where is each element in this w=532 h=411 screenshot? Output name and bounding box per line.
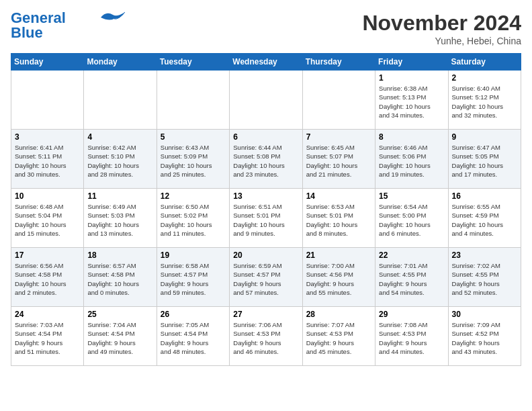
day-info: Sunrise: 7:04 AM Sunset: 4:54 PM Dayligh… bbox=[87, 320, 152, 356]
day-info: Sunrise: 7:01 AM Sunset: 4:55 PM Dayligh… bbox=[379, 261, 444, 297]
day-info: Sunrise: 6:38 AM Sunset: 5:13 PM Dayligh… bbox=[379, 84, 444, 120]
weekday-header-tuesday: Tuesday bbox=[157, 54, 229, 71]
day-number: 17 bbox=[15, 250, 80, 260]
day-number: 1 bbox=[379, 73, 444, 83]
calendar-cell: 5Sunrise: 6:43 AM Sunset: 5:09 PM Daylig… bbox=[157, 130, 229, 189]
weekday-header-wednesday: Wednesday bbox=[230, 54, 302, 71]
day-number: 3 bbox=[15, 132, 80, 142]
calendar-week-4: 24Sunrise: 7:03 AM Sunset: 4:54 PM Dayli… bbox=[11, 307, 521, 366]
day-number: 10 bbox=[15, 191, 80, 201]
day-info: Sunrise: 6:43 AM Sunset: 5:09 PM Dayligh… bbox=[161, 143, 226, 179]
day-number: 9 bbox=[452, 132, 517, 142]
logo: General Blue bbox=[11, 11, 125, 40]
day-info: Sunrise: 6:50 AM Sunset: 5:02 PM Dayligh… bbox=[161, 202, 226, 238]
day-number: 23 bbox=[452, 250, 517, 260]
day-number: 19 bbox=[161, 250, 226, 260]
weekday-header-sunday: Sunday bbox=[11, 54, 84, 71]
location: Yunhe, Hebei, China bbox=[362, 36, 521, 46]
day-info: Sunrise: 6:49 AM Sunset: 5:03 PM Dayligh… bbox=[87, 202, 152, 238]
day-number: 13 bbox=[233, 191, 298, 201]
logo-text: General bbox=[11, 11, 66, 26]
logo-bird-icon bbox=[101, 9, 125, 24]
day-info: Sunrise: 6:53 AM Sunset: 5:01 PM Dayligh… bbox=[306, 202, 371, 238]
day-info: Sunrise: 7:06 AM Sunset: 4:53 PM Dayligh… bbox=[233, 320, 298, 356]
calendar-cell: 28Sunrise: 7:07 AM Sunset: 4:53 PM Dayli… bbox=[302, 307, 375, 366]
day-info: Sunrise: 7:08 AM Sunset: 4:53 PM Dayligh… bbox=[379, 320, 444, 356]
calendar-cell: 15Sunrise: 6:54 AM Sunset: 5:00 PM Dayli… bbox=[375, 189, 448, 248]
day-number: 2 bbox=[452, 73, 517, 83]
day-number: 12 bbox=[161, 191, 226, 201]
day-info: Sunrise: 6:44 AM Sunset: 5:08 PM Dayligh… bbox=[233, 143, 298, 179]
weekday-header-monday: Monday bbox=[84, 54, 157, 71]
weekday-header-saturday: Saturday bbox=[448, 54, 521, 71]
calendar-cell: 17Sunrise: 6:56 AM Sunset: 4:58 PM Dayli… bbox=[11, 248, 84, 307]
calendar-cell: 18Sunrise: 6:57 AM Sunset: 4:58 PM Dayli… bbox=[84, 248, 157, 307]
day-number: 25 bbox=[87, 310, 152, 319]
day-number: 30 bbox=[452, 310, 517, 319]
day-info: Sunrise: 6:41 AM Sunset: 5:11 PM Dayligh… bbox=[15, 143, 80, 179]
day-number: 21 bbox=[306, 250, 371, 260]
day-info: Sunrise: 6:51 AM Sunset: 5:01 PM Dayligh… bbox=[233, 202, 298, 238]
day-info: Sunrise: 7:02 AM Sunset: 4:55 PM Dayligh… bbox=[452, 261, 517, 297]
day-number: 29 bbox=[379, 310, 444, 319]
calendar-cell bbox=[157, 71, 229, 130]
calendar-cell: 9Sunrise: 6:47 AM Sunset: 5:05 PM Daylig… bbox=[448, 130, 521, 189]
calendar-cell bbox=[302, 71, 375, 130]
calendar-cell: 3Sunrise: 6:41 AM Sunset: 5:11 PM Daylig… bbox=[11, 130, 84, 189]
day-number: 24 bbox=[15, 310, 80, 319]
day-number: 16 bbox=[452, 191, 517, 201]
page-header: General Blue November 2024 Yunhe, Hebei,… bbox=[11, 11, 521, 46]
day-number: 15 bbox=[379, 191, 444, 201]
calendar-week-1: 3Sunrise: 6:41 AM Sunset: 5:11 PM Daylig… bbox=[11, 130, 521, 189]
weekday-header-thursday: Thursday bbox=[302, 54, 375, 71]
month-title: November 2024 bbox=[362, 11, 521, 36]
calendar-cell: 26Sunrise: 7:05 AM Sunset: 4:54 PM Dayli… bbox=[157, 307, 229, 366]
day-info: Sunrise: 7:09 AM Sunset: 4:52 PM Dayligh… bbox=[452, 320, 517, 356]
calendar-cell: 8Sunrise: 6:46 AM Sunset: 5:06 PM Daylig… bbox=[375, 130, 448, 189]
calendar-cell: 30Sunrise: 7:09 AM Sunset: 4:52 PM Dayli… bbox=[448, 307, 521, 366]
day-number: 7 bbox=[306, 132, 371, 142]
day-number: 20 bbox=[233, 250, 298, 260]
calendar-cell: 13Sunrise: 6:51 AM Sunset: 5:01 PM Dayli… bbox=[230, 189, 302, 248]
calendar-cell: 19Sunrise: 6:58 AM Sunset: 4:57 PM Dayli… bbox=[157, 248, 229, 307]
day-number: 5 bbox=[161, 132, 226, 142]
day-number: 18 bbox=[87, 250, 152, 260]
day-info: Sunrise: 6:45 AM Sunset: 5:07 PM Dayligh… bbox=[306, 143, 371, 179]
calendar-week-2: 10Sunrise: 6:48 AM Sunset: 5:04 PM Dayli… bbox=[11, 189, 521, 248]
day-info: Sunrise: 6:46 AM Sunset: 5:06 PM Dayligh… bbox=[379, 143, 444, 179]
day-info: Sunrise: 6:40 AM Sunset: 5:12 PM Dayligh… bbox=[452, 84, 517, 120]
day-number: 22 bbox=[379, 250, 444, 260]
day-number: 11 bbox=[87, 191, 152, 201]
calendar-cell: 16Sunrise: 6:55 AM Sunset: 4:59 PM Dayli… bbox=[448, 189, 521, 248]
calendar-cell: 1Sunrise: 6:38 AM Sunset: 5:13 PM Daylig… bbox=[375, 71, 448, 130]
calendar-header-row: SundayMondayTuesdayWednesdayThursdayFrid… bbox=[11, 54, 521, 71]
day-info: Sunrise: 6:48 AM Sunset: 5:04 PM Dayligh… bbox=[15, 202, 80, 238]
calendar-cell: 23Sunrise: 7:02 AM Sunset: 4:55 PM Dayli… bbox=[448, 248, 521, 307]
calendar-cell bbox=[11, 71, 84, 130]
day-number: 27 bbox=[233, 310, 298, 319]
calendar-cell: 2Sunrise: 6:40 AM Sunset: 5:12 PM Daylig… bbox=[448, 71, 521, 130]
day-info: Sunrise: 6:59 AM Sunset: 4:57 PM Dayligh… bbox=[233, 261, 298, 297]
day-number: 6 bbox=[233, 132, 298, 142]
day-number: 14 bbox=[306, 191, 371, 201]
calendar-body: 1Sunrise: 6:38 AM Sunset: 5:13 PM Daylig… bbox=[11, 71, 521, 366]
day-number: 4 bbox=[87, 132, 152, 142]
calendar-week-0: 1Sunrise: 6:38 AM Sunset: 5:13 PM Daylig… bbox=[11, 71, 521, 130]
day-info: Sunrise: 6:57 AM Sunset: 4:58 PM Dayligh… bbox=[87, 261, 152, 297]
day-info: Sunrise: 6:55 AM Sunset: 4:59 PM Dayligh… bbox=[452, 202, 517, 238]
calendar-cell: 24Sunrise: 7:03 AM Sunset: 4:54 PM Dayli… bbox=[11, 307, 84, 366]
calendar: SundayMondayTuesdayWednesdayThursdayFrid… bbox=[11, 53, 521, 366]
calendar-week-3: 17Sunrise: 6:56 AM Sunset: 4:58 PM Dayli… bbox=[11, 248, 521, 307]
day-number: 26 bbox=[161, 310, 226, 319]
day-info: Sunrise: 7:00 AM Sunset: 4:56 PM Dayligh… bbox=[306, 261, 371, 297]
calendar-cell: 4Sunrise: 6:42 AM Sunset: 5:10 PM Daylig… bbox=[84, 130, 157, 189]
calendar-cell: 10Sunrise: 6:48 AM Sunset: 5:04 PM Dayli… bbox=[11, 189, 84, 248]
calendar-cell bbox=[230, 71, 302, 130]
calendar-cell: 21Sunrise: 7:00 AM Sunset: 4:56 PM Dayli… bbox=[302, 248, 375, 307]
day-info: Sunrise: 6:42 AM Sunset: 5:10 PM Dayligh… bbox=[87, 143, 152, 179]
day-info: Sunrise: 7:05 AM Sunset: 4:54 PM Dayligh… bbox=[161, 320, 226, 356]
day-number: 8 bbox=[379, 132, 444, 142]
calendar-cell: 11Sunrise: 6:49 AM Sunset: 5:03 PM Dayli… bbox=[84, 189, 157, 248]
calendar-cell: 6Sunrise: 6:44 AM Sunset: 5:08 PM Daylig… bbox=[230, 130, 302, 189]
calendar-cell: 29Sunrise: 7:08 AM Sunset: 4:53 PM Dayli… bbox=[375, 307, 448, 366]
